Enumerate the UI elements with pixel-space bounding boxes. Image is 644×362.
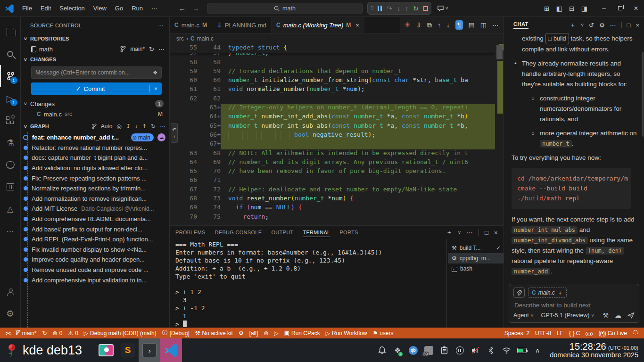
status-bell[interactable] [630, 329, 641, 337]
graph-commit-row[interactable]: Add comprehensive README documenta... [21, 214, 169, 224]
target-icon[interactable]: ◎ [116, 123, 121, 130]
stop-icon[interactable] [423, 6, 428, 11]
voice-cloud-icon[interactable]: ☁ [615, 312, 621, 319]
code-line[interactable]: 6368// NOTE: All arithmetic is intended … [170, 149, 495, 158]
graph-commit-row[interactable]: Add validation: no digits allowed after … [21, 163, 169, 173]
status--c[interactable]: { } C [566, 330, 583, 337]
diff-revert-widget[interactable]: ↶ + [171, 123, 178, 143]
editor-more-icon[interactable]: ⋯ [492, 21, 499, 29]
tray-qbittorrent-icon[interactable]: qb [408, 346, 418, 355]
menu-go[interactable]: Go [111, 3, 127, 14]
split-editor-icon[interactable]: ◫ [480, 21, 487, 29]
toggle-secondary-sidebar-icon[interactable]: ◨ [581, 5, 587, 12]
tools-icon[interactable]: ⚒ [603, 312, 609, 319]
tab-main-c[interactable]: C main.c M [170, 17, 212, 33]
pause-icon[interactable] [378, 6, 382, 11]
status-remote[interactable]: >< [3, 330, 13, 337]
status-gear[interactable]: ⚙ [236, 330, 247, 337]
save-all-icon[interactable]: ⇩ [416, 21, 421, 29]
sidebar-more-icon[interactable]: ⋯ [158, 22, 164, 28]
code-line[interactable]: 6262 [170, 95, 495, 104]
chat-code-block[interactable]: cd /home/arkenidar/temporary/mcmake --bu… [512, 168, 631, 209]
graph-commit-row[interactable]: Add comprehensive input validation to in… [21, 275, 169, 285]
repo-more-icon[interactable]: ⋯ [158, 46, 165, 53]
panel-tab-ports[interactable]: PORTS [339, 230, 358, 235]
menu-selection[interactable]: Selection [55, 3, 89, 14]
status-play[interactable]: ▷Run Workflow [323, 330, 370, 337]
code-line[interactable]: 6873void reset_number(number_t *num) { [170, 195, 495, 204]
new-chat-icon[interactable]: ＋ [570, 21, 576, 29]
code-line[interactable]: 6469// number_t and its digit arrays. An… [170, 158, 495, 167]
restart-icon[interactable]: ↻ [413, 5, 419, 12]
menu-view[interactable]: View [89, 3, 111, 14]
graph-more-icon[interactable]: ⋯ [160, 123, 165, 130]
chat-input[interactable]: C main.c ＋ Describe what to build next A… [509, 284, 639, 323]
revert-block-icon[interactable]: ↶ [172, 127, 176, 133]
taskbar-app-sublime[interactable]: S [117, 338, 139, 362]
pull-icon[interactable]: ↓ [135, 123, 138, 130]
step-into-icon[interactable]: ↓ [397, 5, 400, 12]
app-launcher-button[interactable]: kde deb13 [0, 343, 89, 358]
status-spaces-2[interactable]: Spaces: 2 [502, 330, 532, 337]
activity-settings-icon[interactable]: ⚙ [0, 303, 21, 325]
chat-history-icon[interactable]: ↺ [589, 22, 594, 29]
panel-more-icon[interactable]: ⋯ [467, 229, 473, 236]
panel-tab-problems[interactable]: PROBLEMS [175, 230, 206, 235]
scrollbar-thumb[interactable] [496, 45, 503, 59]
code-line[interactable]: 6570// have been removed in favor of pur… [170, 167, 495, 176]
status-copilot[interactable] [583, 330, 595, 337]
status--all-[interactable]: [all] [247, 330, 261, 337]
drag-grip-icon[interactable]: ⠿ [371, 6, 373, 11]
activity-containers-icon[interactable] [0, 176, 21, 198]
chat-input-placeholder[interactable]: Describe what to build next [513, 298, 635, 312]
taskbar-app-spectacle[interactable] [95, 338, 117, 362]
status-broadcast[interactable]: ((•))Go Live [595, 330, 630, 337]
code-line[interactable]: 6974 if (num == NULL) { [170, 204, 495, 213]
tray-notifications-icon[interactable] [377, 346, 387, 355]
new-terminal-icon[interactable]: ＋ [446, 228, 452, 237]
step-out-icon[interactable]: ↑ [405, 5, 408, 12]
context-chip-main-c[interactable]: C main.c ＋ [528, 288, 567, 298]
graph-commit-row[interactable]: Add base# prefix to output for non-deci.… [21, 224, 169, 234]
restore-button[interactable] [612, 0, 628, 17]
tray-clipboard-icon[interactable] [439, 346, 449, 355]
code-line[interactable]: 6671 [170, 176, 495, 185]
commit-button[interactable]: ✓ Commit ˅ [31, 82, 162, 95]
close-button[interactable]: × [628, 0, 644, 17]
generate-commit-message-icon[interactable]: ❖ [153, 70, 157, 76]
menu-run[interactable]: Run [127, 3, 147, 14]
status-tools[interactable]: ⚒No active kit [192, 330, 236, 337]
chat-tab[interactable]: CHAT [513, 21, 528, 29]
status-info[interactable]: ⓘ[Debug] [159, 329, 192, 337]
code-line[interactable]: 65+number_t number_int_sub_abs(const num… [170, 122, 495, 131]
code-line[interactable]: 63+// Integer-only helpers on number_t (… [170, 104, 495, 113]
terminal-output[interactable]: === Math REPL ===Enter numbers in format… [170, 239, 446, 328]
commit-message-input[interactable]: Message (Ctrl+Enter to commit on... ❖ [31, 66, 162, 79]
graph-commit-row[interactable]: Improve code quality and header depen... [21, 255, 169, 265]
fetch-icon[interactable]: ↧ [126, 123, 131, 130]
close-panel-icon[interactable]: × [494, 229, 498, 236]
chat-mode-picker[interactable]: Agent [513, 312, 529, 319]
status-branch[interactable]: main* [13, 329, 40, 337]
status-warning[interactable]: ⚠0 [65, 330, 81, 337]
breadcrumb-folder[interactable]: src [176, 35, 184, 42]
next-change-icon[interactable]: ↓ [446, 21, 450, 29]
panel-tab-terminal[interactable]: TERMINAL [303, 230, 330, 237]
diff-editor[interactable]: 5656 size_t repeating_length;5757} numbe… [170, 44, 504, 225]
activity-search-icon[interactable] [0, 43, 21, 65]
status-sync[interactable]: ↻ [40, 330, 50, 337]
sticky-scroll-line[interactable]: 5544typedef struct { [170, 44, 495, 53]
tray-widgets-icon[interactable]: ❖ [393, 346, 402, 355]
repo-branch-label[interactable]: main* [130, 46, 145, 52]
model-picker[interactable]: GPT-5.1 (Preview) [541, 312, 590, 319]
status-utf-8[interactable]: UTF-8 [532, 330, 554, 337]
graph-auto-label[interactable]: Auto [101, 123, 113, 130]
commit-dropdown[interactable]: ˅ [149, 85, 162, 92]
code-line[interactable]: 7075 return; [170, 213, 495, 222]
graph-commit-row[interactable]: Refactor: remove rational number repres.… [21, 143, 169, 153]
menu-edit[interactable]: Edit [36, 3, 55, 14]
activity-source-control-icon[interactable]: 1 [0, 65, 21, 87]
chat-scrollbar[interactable] [642, 52, 644, 137]
activity-accounts-icon[interactable] [0, 280, 21, 303]
sync-icon[interactable]: ↻ [149, 46, 154, 53]
